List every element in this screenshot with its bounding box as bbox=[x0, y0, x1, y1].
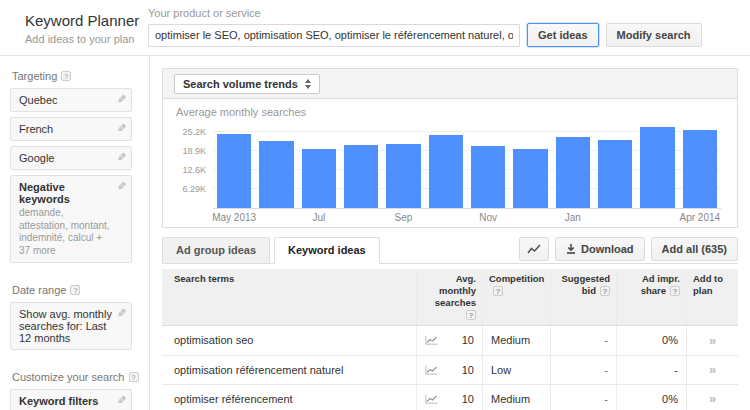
trend-chart-icon[interactable] bbox=[425, 335, 438, 345]
download-button[interactable]: Download bbox=[555, 237, 645, 261]
table-row: optimisation référencement naturel 10 Lo… bbox=[162, 355, 738, 384]
panel-header: Search volume trends bbox=[163, 69, 737, 99]
ad-impr-share-cell: 0% bbox=[616, 326, 686, 355]
x-axis-tick-label: Sep bbox=[395, 212, 413, 223]
date-range-card[interactable]: Show avg. monthly searches for: Last 12 … bbox=[10, 302, 132, 350]
bar-may-2013[interactable] bbox=[217, 134, 251, 208]
avg-searches-cell: 10 bbox=[416, 385, 482, 410]
targeting-heading: Targeting ? bbox=[12, 70, 149, 82]
search-volume-trends-dropdown[interactable]: Search volume trends bbox=[174, 74, 320, 94]
avg-searches-cell: 10 bbox=[416, 326, 482, 355]
suggested-bid-cell: - bbox=[550, 356, 616, 384]
tab-keyword-ideas[interactable]: Keyword ideas bbox=[274, 237, 380, 264]
main-content: Search volume trends Average monthly sea… bbox=[150, 56, 750, 410]
chart-area: 25.2K18.9K12.6K6.29K bbox=[177, 125, 721, 209]
x-axis-tick-label: Jan bbox=[565, 212, 581, 223]
col-header-search-terms[interactable]: Search terms bbox=[162, 269, 416, 325]
dropdown-label: Search volume trends bbox=[183, 78, 298, 90]
modify-search-button[interactable]: Modify search bbox=[606, 23, 702, 47]
date-range-value: Show avg. monthly searches for: Last 12 … bbox=[19, 308, 112, 344]
trend-chart-icon[interactable] bbox=[425, 365, 438, 375]
targeting-card-location[interactable]: Quebec ✎ bbox=[10, 88, 132, 112]
negative-keywords-title: Negative keywords bbox=[19, 181, 113, 205]
search-volume-panel: Search volume trends Average monthly sea… bbox=[162, 68, 738, 228]
edit-pencil-icon[interactable]: ✎ bbox=[117, 122, 126, 135]
bar-apr-2014[interactable] bbox=[683, 130, 717, 208]
col-header-label: Avg. monthly searches bbox=[435, 273, 476, 308]
help-icon[interactable]: ? bbox=[129, 372, 139, 382]
x-axis-tick-label: Jul bbox=[312, 212, 325, 223]
edit-pencil-icon[interactable]: ✎ bbox=[117, 151, 126, 164]
x-axis-tick-label: Nov bbox=[479, 212, 497, 223]
tab-actions: Download Add all (635) bbox=[519, 237, 738, 261]
chart-plot: 25.2K18.9K12.6K6.29K bbox=[213, 125, 721, 209]
negative-keywords-card[interactable]: Negative keywords demande, attestation, … bbox=[10, 175, 132, 263]
edit-pencil-icon[interactable]: ✎ bbox=[117, 307, 126, 320]
col-header-label: Competition bbox=[489, 273, 544, 284]
bar-sep[interactable] bbox=[386, 144, 420, 208]
avg-searches-value: 10 bbox=[462, 364, 474, 376]
bar-oct[interactable] bbox=[429, 135, 463, 208]
edit-pencil-icon[interactable]: ✎ bbox=[117, 394, 126, 407]
help-icon[interactable]: ? bbox=[670, 286, 680, 296]
col-header-suggested-bid[interactable]: Suggested bid? bbox=[550, 269, 616, 325]
y-axis-tick-label: 6.29K bbox=[182, 184, 206, 194]
targeting-location-value: Quebec bbox=[19, 94, 58, 106]
bar-aug[interactable] bbox=[344, 145, 378, 208]
negative-keywords-detail: demande, attestation, montant, indemnité… bbox=[19, 207, 113, 257]
add-to-plan-button[interactable]: » bbox=[686, 385, 738, 410]
col-header-avg-monthly-searches[interactable]: Avg. monthly searches? bbox=[416, 269, 482, 325]
customize-heading-label: Customize your search bbox=[12, 371, 125, 383]
chart-title: Average monthly searches bbox=[176, 106, 306, 118]
edit-pencil-icon[interactable]: ✎ bbox=[117, 93, 126, 106]
targeting-card-network[interactable]: Google ✎ bbox=[10, 146, 132, 170]
top-header: Keyword Planner Add ideas to your plan Y… bbox=[0, 0, 750, 56]
product-service-label: Your product or service bbox=[148, 7, 702, 19]
product-search-zone: Your product or service Get ideas Modify… bbox=[148, 7, 702, 47]
brand-block: Keyword Planner Add ideas to your plan bbox=[25, 12, 139, 45]
ad-impr-share-cell: 0% bbox=[616, 385, 686, 410]
y-axis-tick-label: 18.9K bbox=[182, 146, 206, 156]
trend-chart-icon[interactable] bbox=[425, 394, 438, 404]
bars bbox=[217, 125, 717, 208]
col-header-ad-impr-share[interactable]: Ad impr. share? bbox=[616, 269, 686, 325]
bar-nov[interactable] bbox=[471, 146, 505, 208]
help-icon[interactable]: ? bbox=[70, 285, 80, 295]
bar-jul[interactable] bbox=[302, 149, 336, 208]
bar-jan[interactable] bbox=[556, 137, 590, 208]
x-axis-tick-label: Apr 2014 bbox=[680, 212, 721, 223]
sort-arrows-icon bbox=[305, 79, 311, 89]
chart-view-button[interactable] bbox=[519, 237, 549, 261]
x-axis-tick-label: May 2013 bbox=[212, 212, 256, 223]
keyword-ideas-table: Search terms Avg. monthly searches? Comp… bbox=[162, 269, 738, 410]
add-to-plan-button[interactable]: » bbox=[686, 326, 738, 355]
add-all-button[interactable]: Add all (635) bbox=[651, 237, 738, 261]
targeting-network-value: Google bbox=[19, 152, 54, 164]
get-ideas-button[interactable]: Get ideas bbox=[527, 23, 599, 47]
tab-ad-group-ideas[interactable]: Ad group ideas bbox=[162, 237, 270, 264]
bar-dec[interactable] bbox=[513, 149, 547, 208]
targeting-card-language[interactable]: French ✎ bbox=[10, 117, 132, 141]
bar-jun[interactable] bbox=[259, 141, 293, 208]
tab-bar: Ad group ideas Keyword ideas Download Ad… bbox=[162, 236, 738, 264]
competition-cell: Medium bbox=[482, 326, 550, 355]
help-icon[interactable]: ? bbox=[600, 286, 610, 296]
edit-pencil-icon[interactable]: ✎ bbox=[117, 180, 126, 193]
table-row: optimiser référencement 10 Medium - 0% » bbox=[162, 384, 738, 410]
keyword-cell: optimiser référencement bbox=[162, 385, 416, 410]
download-label: Download bbox=[581, 243, 634, 255]
page-subtitle: Add ideas to your plan bbox=[25, 33, 139, 45]
product-service-input[interactable] bbox=[148, 24, 520, 47]
table-header-row: Search terms Avg. monthly searches? Comp… bbox=[162, 269, 738, 326]
col-header-competition[interactable]: Competition? bbox=[482, 269, 550, 325]
bar-mar[interactable] bbox=[640, 127, 674, 208]
keyword-filters-card[interactable]: Keyword filters ✎ bbox=[10, 389, 132, 410]
add-to-plan-button[interactable]: » bbox=[686, 356, 738, 384]
avg-searches-value: 10 bbox=[462, 334, 474, 346]
help-icon[interactable]: ? bbox=[466, 310, 476, 320]
bar-feb[interactable] bbox=[598, 140, 632, 209]
chart-body: Average monthly searches 25.2K18.9K12.6K… bbox=[163, 99, 737, 227]
help-icon[interactable]: ? bbox=[493, 286, 503, 296]
help-icon[interactable]: ? bbox=[61, 71, 71, 81]
y-axis-tick-label: 12.6K bbox=[182, 165, 206, 175]
